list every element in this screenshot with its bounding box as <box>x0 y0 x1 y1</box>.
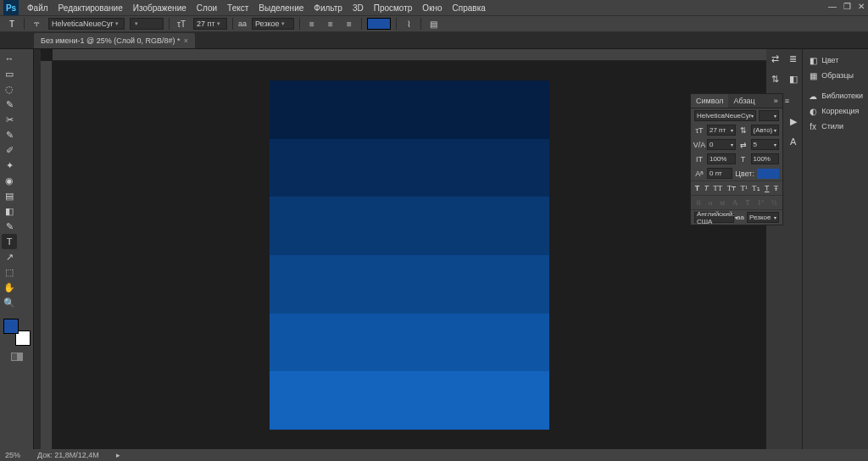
cp-font-family[interactable]: HelveticaNeueCyr <box>694 110 756 121</box>
window-close-icon[interactable]: ✕ <box>858 2 865 11</box>
ot-st[interactable]: st <box>720 198 725 207</box>
character-panel[interactable]: Символ Абзац » ≡ HelveticaNeueCyr τT 27 … <box>690 93 783 225</box>
orientation-toggle-icon[interactable]: ⥾ <box>30 17 43 31</box>
cp-kerning[interactable]: 0 <box>707 139 736 150</box>
align-center-icon[interactable]: ≡ <box>324 17 337 31</box>
ot-1st[interactable]: 1ˢ <box>758 198 765 207</box>
clone-tool[interactable]: ◉ <box>2 173 17 188</box>
eyedropper-tool[interactable]: ✎ <box>2 127 17 142</box>
cp-vscale[interactable]: 100% <box>707 153 736 164</box>
pen-tool[interactable]: ✎ <box>2 219 17 234</box>
window-restore-icon[interactable]: ❐ <box>843 2 851 11</box>
healing-tool[interactable]: ✐ <box>2 142 17 158</box>
cp-antialias[interactable]: Резкое <box>747 212 779 223</box>
underline-button[interactable]: T <box>765 184 770 192</box>
canvas-viewport[interactable] <box>53 61 766 449</box>
play-icon[interactable]: ▶ <box>786 114 801 129</box>
quick-mask-toggle[interactable] <box>11 353 23 361</box>
menu-image[interactable]: Изображение <box>128 3 192 13</box>
cp-font-style[interactable] <box>759 110 779 121</box>
type-tool[interactable]: T <box>2 234 17 249</box>
menu-type[interactable]: Текст <box>222 3 253 13</box>
character-panel-icon[interactable]: ▤ <box>426 17 440 31</box>
panel-libraries[interactable]: ☁Библиотеки <box>803 88 868 103</box>
ot-T[interactable]: T <box>745 198 750 207</box>
shape-tool[interactable]: ⬚ <box>2 264 17 280</box>
menu-file[interactable]: Файл <box>22 3 53 13</box>
align-right-icon[interactable]: ≡ <box>342 17 356 31</box>
ot-o[interactable]: σ <box>709 198 713 207</box>
magic-wand-tool[interactable]: ✎ <box>2 97 17 112</box>
menu-3d[interactable]: 3D <box>348 3 369 13</box>
panel-menu-icon[interactable]: ≡ <box>782 94 793 108</box>
font-family-select[interactable]: HelveticaNeueCyr <box>48 18 125 30</box>
tab-paragraph[interactable]: Абзац <box>728 94 760 108</box>
antialias-select[interactable]: Резкое <box>252 18 294 30</box>
ot-fi[interactable]: fi <box>696 198 701 207</box>
vertical-ruler[interactable] <box>41 61 53 449</box>
document-tab[interactable]: Без имени-1 @ 25% (Слой 0, RGB/8#) * × <box>34 33 195 48</box>
smallcaps-button[interactable]: Tᴛ <box>727 184 737 192</box>
layers-icon[interactable]: ◧ <box>786 71 801 86</box>
doc-info-chevron-icon[interactable]: ▸ <box>116 451 120 459</box>
panel-styles[interactable]: fxСтили <box>803 119 868 134</box>
subscript-button[interactable]: T₁ <box>752 184 760 192</box>
panel-color[interactable]: ◧Цвет <box>803 53 868 68</box>
menu-select[interactable]: Выделение <box>253 3 309 13</box>
brush-tool[interactable]: ✦ <box>2 158 17 173</box>
menu-filter[interactable]: Фильтр <box>309 3 348 13</box>
panel-swatches[interactable]: ▦Образцы <box>803 68 868 83</box>
menu-edit[interactable]: Редактирование <box>53 3 128 13</box>
italic-button[interactable]: T <box>704 184 709 192</box>
font-style-select[interactable] <box>130 18 164 30</box>
ot-A[interactable]: A <box>732 198 738 207</box>
lasso-tool[interactable]: ◌ <box>2 81 17 97</box>
eraser-tool[interactable]: ▤ <box>2 188 17 203</box>
panel-adjustments[interactable]: ◐Коррекция <box>803 103 868 119</box>
move-tool[interactable]: ↔ <box>2 51 17 66</box>
crop-tool[interactable]: ✂ <box>2 112 17 127</box>
cp-font-size[interactable]: 27 пт <box>707 125 736 136</box>
close-tab-icon[interactable]: × <box>184 36 188 45</box>
path-tool[interactable]: ↗ <box>2 249 17 264</box>
font-size-input[interactable]: 27 пт <box>193 18 227 30</box>
menu-help[interactable]: Справка <box>448 3 491 13</box>
menu-window[interactable]: Окно <box>417 3 447 13</box>
cp-hscale[interactable]: 100% <box>751 153 780 164</box>
foreground-background-colors[interactable] <box>3 319 31 346</box>
strikethrough-button[interactable]: Ŧ <box>774 184 779 192</box>
properties-icon[interactable]: ≣ <box>786 51 801 66</box>
tab-character[interactable]: Символ <box>691 94 728 108</box>
cp-language[interactable]: Английский: США <box>694 212 734 223</box>
cp-leading[interactable]: (Авто) <box>751 125 780 136</box>
menu-layer[interactable]: Слои <box>192 3 222 13</box>
tracking-icon: ⇄ <box>738 141 748 149</box>
actions-icon[interactable]: ⇅ <box>768 71 783 86</box>
active-tool-icon[interactable]: T <box>5 17 19 31</box>
panel-collapse-icon[interactable]: » <box>771 94 782 108</box>
allcaps-button[interactable]: TT <box>713 184 722 192</box>
superscript-button[interactable]: T¹ <box>741 184 748 192</box>
hand-tool[interactable]: ✋ <box>2 280 17 295</box>
document-info[interactable]: Док: 21,8M/12,4M <box>37 451 99 459</box>
cp-baseline[interactable]: 0 пт <box>707 168 732 179</box>
warp-text-icon[interactable]: ⌇ <box>402 17 415 31</box>
cp-tracking[interactable]: 5 <box>751 139 780 150</box>
text-color-swatch[interactable] <box>367 18 391 30</box>
marquee-tool[interactable]: ▭ <box>2 66 17 81</box>
zoom-level[interactable]: 25% <box>5 451 20 459</box>
history-icon[interactable]: ⇄ <box>768 51 783 66</box>
horizontal-ruler[interactable] <box>53 49 766 61</box>
foreground-color[interactable] <box>3 319 19 334</box>
left-dock-collapse[interactable] <box>34 49 41 449</box>
gradient-tool[interactable]: ◧ <box>2 203 17 219</box>
align-left-icon[interactable]: ≡ <box>305 17 319 31</box>
window-minimize-icon[interactable]: — <box>828 2 837 11</box>
menu-view[interactable]: Просмотр <box>369 3 418 13</box>
character-icon[interactable]: A <box>786 134 801 149</box>
ot-frac[interactable]: ½ <box>771 198 777 207</box>
zoom-tool[interactable]: 🔍 <box>2 295 17 310</box>
cp-color-swatch[interactable] <box>757 169 779 179</box>
artboard[interactable] <box>270 81 549 430</box>
bold-button[interactable]: T <box>695 184 700 192</box>
